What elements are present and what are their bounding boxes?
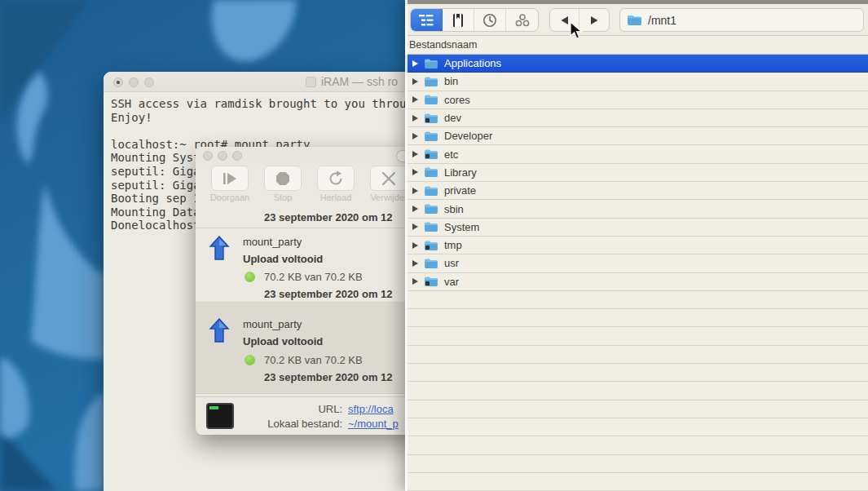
- transfer-list: 23 september 2020 om 12 mount_party Uplo…: [196, 206, 432, 396]
- disclosure-triangle-icon[interactable]: [412, 188, 418, 194]
- file-browser-window: /mnt1 Bestandsnaam Applications bin: [405, 0, 868, 491]
- file-row-bin[interactable]: bin: [405, 73, 868, 91]
- terminal-title: iRAM — ssh ro: [321, 75, 398, 88]
- minimize-icon[interactable]: [129, 77, 139, 87]
- view-segmented-control: [410, 8, 539, 32]
- disclosure-triangle-icon[interactable]: [412, 151, 418, 157]
- close-icon[interactable]: [203, 151, 213, 161]
- path-field[interactable]: /mnt1: [619, 8, 864, 32]
- transfers-window: Doorgaan Stop Herlaad Verwijder 23 septe…: [196, 147, 432, 435]
- transfer-entry[interactable]: mount_party Upload voltooid 70.2 KB van …: [196, 228, 432, 303]
- empty-row: [405, 291, 868, 309]
- transfer-filename: mount_party: [243, 318, 302, 330]
- url-link[interactable]: sftp://loca: [348, 402, 394, 416]
- disclosure-triangle-icon[interactable]: [412, 169, 418, 175]
- folder-icon: [424, 148, 438, 160]
- file-row-system[interactable]: System: [405, 219, 868, 237]
- file-name: tmp: [444, 239, 462, 251]
- disclosure-triangle-icon[interactable]: [412, 133, 418, 139]
- disclosure-triangle-icon[interactable]: [412, 278, 418, 285]
- bookmarks-icon: [452, 13, 465, 28]
- disclosure-triangle-icon[interactable]: [412, 78, 418, 85]
- upload-arrow-icon: [209, 236, 230, 262]
- transfer-date: 23 september 2020 om 12: [264, 211, 393, 223]
- stop-icon: [275, 171, 290, 186]
- transfers-titlebar[interactable]: [196, 147, 432, 164]
- empty-row: [405, 346, 868, 364]
- bonjour-button[interactable]: [506, 9, 538, 31]
- upload-arrow-icon: [209, 318, 230, 344]
- file-name: bin: [444, 75, 458, 87]
- transfer-entry-partial[interactable]: 23 september 2020 om 12: [196, 206, 432, 228]
- disclosure-triangle-icon[interactable]: [412, 242, 418, 249]
- file-name: etc: [444, 148, 458, 161]
- file-row-sbin[interactable]: sbin: [405, 200, 868, 218]
- stop-button[interactable]: Stop: [258, 166, 307, 206]
- file-name: usr: [444, 257, 459, 269]
- transfers-toolbar: Doorgaan Stop Herlaad Verwijder: [196, 164, 432, 206]
- reload-button[interactable]: Herlaad: [311, 166, 360, 206]
- disclosure-triangle-icon[interactable]: [412, 60, 418, 67]
- forward-button[interactable]: [579, 9, 609, 31]
- empty-row: [405, 327, 868, 345]
- transfer-date: 23 september 2020 om 12: [264, 288, 393, 300]
- folder-icon: [424, 276, 438, 287]
- file-row-tmp[interactable]: tmp: [405, 237, 868, 254]
- file-row-var[interactable]: var: [405, 273, 868, 291]
- file-row-applications[interactable]: Applications: [405, 55, 868, 73]
- file-row-private[interactable]: private: [405, 182, 868, 200]
- file-name: var: [444, 276, 459, 288]
- url-label: URL:: [241, 402, 342, 416]
- empty-row: [405, 455, 868, 473]
- history-button[interactable]: [474, 9, 506, 31]
- file-row-usr[interactable]: usr: [405, 254, 868, 272]
- stop-label: Stop: [274, 192, 293, 202]
- folder-icon: [424, 240, 438, 251]
- file-name: System: [444, 221, 479, 233]
- outline-view-button[interactable]: [411, 9, 443, 31]
- outline-view-icon: [418, 14, 434, 27]
- history-icon: [482, 13, 497, 28]
- disclosure-triangle-icon[interactable]: [412, 96, 418, 103]
- column-header-filename[interactable]: Bestandsnaam: [405, 36, 868, 55]
- transfer-filename: mount_party: [243, 236, 302, 248]
- file-row-etc[interactable]: etc: [405, 145, 868, 163]
- file-row-developer[interactable]: Developer: [405, 127, 868, 145]
- empty-row: [405, 382, 868, 400]
- transfer-date: 23 september 2020 om 12: [264, 371, 393, 383]
- minimize-icon[interactable]: [218, 151, 227, 161]
- symlink-badge-icon: [425, 118, 430, 122]
- close-icon[interactable]: [113, 77, 123, 87]
- folder-icon: [424, 185, 438, 197]
- resume-icon: [222, 171, 238, 186]
- proxy-icon: [306, 77, 316, 87]
- folder-icon: [627, 14, 642, 26]
- zoom-icon[interactable]: [232, 151, 242, 161]
- resume-button[interactable]: Doorgaan: [205, 166, 254, 206]
- transfer-status: Upload voltooid: [243, 335, 323, 347]
- file-row-cores[interactable]: cores: [405, 91, 868, 109]
- disclosure-triangle-icon[interactable]: [412, 115, 418, 122]
- file-row-library[interactable]: Library: [405, 164, 868, 182]
- file-list: Applications bin cores dev: [405, 55, 868, 491]
- browser-toolbar: /mnt1: [405, 4, 868, 36]
- folder-icon: [424, 166, 438, 178]
- folder-icon: [424, 130, 438, 142]
- symlink-badge-icon: [425, 246, 430, 250]
- local-file-link[interactable]: ~/mount_p: [348, 417, 399, 431]
- file-name: Developer: [444, 130, 492, 142]
- transfer-entry-selected[interactable]: mount_party Upload voltooid 70.2 KB van …: [196, 303, 432, 394]
- symlink-badge-icon: [425, 281, 430, 285]
- reload-label: Herlaad: [320, 192, 352, 202]
- empty-row: [405, 418, 868, 436]
- transfer-size: 70.2 KB van 70.2 KB: [264, 271, 363, 283]
- disclosure-triangle-icon[interactable]: [412, 260, 418, 267]
- disclosure-triangle-icon[interactable]: [412, 206, 418, 212]
- empty-row: [405, 473, 868, 491]
- executable-file-icon: [206, 403, 234, 429]
- bookmarks-button[interactable]: [443, 9, 474, 31]
- disclosure-triangle-icon[interactable]: [412, 223, 418, 230]
- zoom-icon[interactable]: [144, 77, 154, 87]
- cursor-pointer-icon: [570, 21, 583, 41]
- file-row-dev[interactable]: dev: [405, 109, 868, 127]
